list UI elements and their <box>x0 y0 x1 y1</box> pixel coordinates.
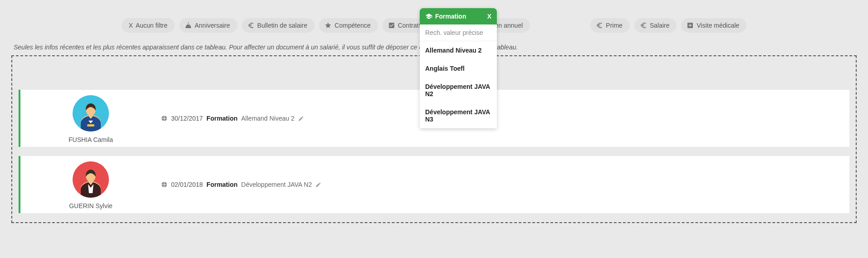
filter-salaire-label: Salaire <box>650 22 670 29</box>
entry-date: 02/01/2018 <box>171 181 203 188</box>
euro-icon <box>596 22 603 29</box>
euro-icon <box>247 22 255 29</box>
popover-option[interactable]: Allemand Niveau 2 <box>420 41 497 59</box>
pie-chart-icon <box>161 181 167 188</box>
popover-option[interactable]: Anglais Toefl <box>420 59 497 78</box>
pie-chart-icon <box>161 115 167 122</box>
check-box-icon <box>388 22 395 29</box>
entry: 02/01/2018 Formation Développement JAVA … <box>161 181 321 188</box>
entry-type: Formation <box>206 181 237 188</box>
person-cell: GUERIN Sylvie <box>20 157 161 212</box>
filter-none[interactable]: X Aucun filtre <box>122 18 175 33</box>
filter-prime[interactable]: Prime <box>590 18 630 33</box>
table-row: GUERIN Sylvie 02/01/2018 Formation Dével… <box>19 156 849 213</box>
popover-option[interactable]: Développement JAVA N3 <box>420 103 497 128</box>
cake-icon <box>185 22 192 29</box>
entry-type: Formation <box>206 115 237 122</box>
filter-bulletin-label: Bulletin de salaire <box>257 22 308 29</box>
popover-search <box>420 24 497 41</box>
popover-body: Allemand Niveau 2 Anglais Toefl Développ… <box>420 24 497 128</box>
filter-salaire[interactable]: Salaire <box>634 18 677 33</box>
person-name: GUERIN Sylvie <box>25 202 157 209</box>
filter-none-label: Aucun filtre <box>136 22 167 29</box>
edit-icon[interactable] <box>298 116 304 122</box>
person-name: FUSHIA Camila <box>25 136 157 143</box>
graduation-cap-icon <box>425 13 432 20</box>
filter-bulletin[interactable]: Bulletin de salaire <box>242 18 315 33</box>
popover-header: Formation X <box>420 8 497 24</box>
person-cell: FUSHIA Camila <box>20 91 161 146</box>
avatar <box>73 161 109 198</box>
medical-icon <box>687 22 694 29</box>
popover-search-input[interactable] <box>425 29 491 36</box>
entry-value: Allemand Niveau 2 <box>241 115 295 122</box>
avatar <box>73 95 109 131</box>
close-icon: X <box>129 22 133 29</box>
filter-anniversaire-label: Anniversaire <box>195 22 230 29</box>
svg-rect-1 <box>87 124 94 127</box>
popover-option[interactable]: Développement JAVA N2 <box>420 78 497 103</box>
formation-popover: Formation X Allemand Niveau 2 Anglais To… <box>420 8 497 128</box>
filter-anniversaire[interactable]: Anniversaire <box>179 18 237 33</box>
edit-icon[interactable] <box>315 182 321 188</box>
popover-close[interactable]: X <box>487 13 491 20</box>
filter-competence-label: Compétence <box>334 22 370 29</box>
filter-prime-label: Prime <box>606 22 623 29</box>
filter-competence[interactable]: Compétence <box>319 18 378 33</box>
filter-visite-label: Visite médicale <box>696 22 739 29</box>
euro-icon <box>640 22 647 29</box>
entry-date: 30/12/2017 <box>171 115 203 122</box>
entry-value: Développement JAVA N2 <box>241 181 312 188</box>
filter-visite[interactable]: Visite médicale <box>681 18 746 33</box>
star-icon <box>324 22 332 29</box>
popover-title: Formation <box>435 13 466 20</box>
entry: 30/12/2017 Formation Allemand Niveau 2 <box>161 115 304 122</box>
